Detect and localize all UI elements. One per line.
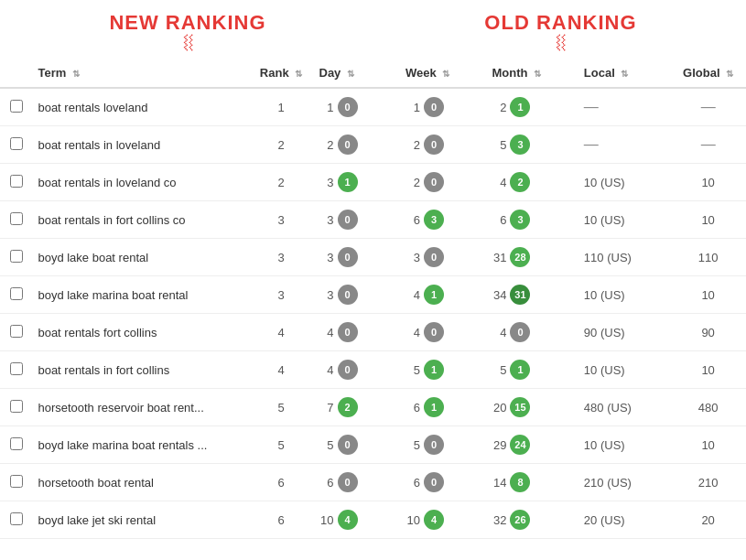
term-sort-icon[interactable]: ⇅ <box>72 69 80 79</box>
row-week: 5 1 <box>400 351 486 389</box>
row-day: 2 0 <box>314 126 400 164</box>
row-checkbox-cell <box>0 88 32 126</box>
row-local: 90 (US) <box>578 314 670 351</box>
row-checkbox[interactable] <box>10 400 23 413</box>
new-ranking-arrow: ⧛ <box>178 31 198 55</box>
row-checkbox[interactable] <box>10 362 23 375</box>
row-month: 5 1 <box>486 351 578 389</box>
row-global: — <box>670 88 746 126</box>
table-row: boyd lake marina boat rental 3 3 0 4 1 3… <box>0 276 746 314</box>
row-checkbox[interactable] <box>10 325 23 338</box>
row-term: boat rentals in loveland co <box>32 164 248 201</box>
row-rank: 3 <box>249 239 314 276</box>
row-local: 110 (US) <box>578 239 670 276</box>
row-term: boat rentals in fort collins <box>32 351 248 389</box>
col-header-week[interactable]: Week ⇅ <box>400 59 486 88</box>
row-checkbox[interactable] <box>10 250 23 263</box>
row-global: 20 <box>670 501 746 539</box>
table-row: boat rentals fort collins 4 4 0 4 0 4 0 … <box>0 314 746 351</box>
row-week: 5 0 <box>400 426 486 464</box>
row-checkbox[interactable] <box>10 475 23 488</box>
row-local: 10 (US) <box>578 201 670 239</box>
week-badge: 0 <box>424 435 444 455</box>
local-sort-icon[interactable]: ⇅ <box>621 69 628 79</box>
table-row: boat rentals in fort collins co 3 3 0 6 … <box>0 201 746 239</box>
row-week: 6 1 <box>400 389 486 426</box>
row-month: 2 1 <box>486 88 578 126</box>
day-badge: 0 <box>338 435 358 455</box>
row-checkbox[interactable] <box>10 175 23 188</box>
row-day: 3 1 <box>314 164 400 201</box>
row-week: 2 0 <box>400 164 486 201</box>
row-checkbox[interactable] <box>10 212 23 225</box>
row-week: 3 0 <box>400 239 486 276</box>
row-term: horsetooth reservoir boat rent... <box>32 389 248 426</box>
col-header-rank[interactable]: Rank ⇅ <box>249 59 314 88</box>
row-checkbox-cell <box>0 164 32 201</box>
day-badge: 0 <box>338 322 358 342</box>
week-badge: 3 <box>424 210 444 230</box>
row-term: boat rentals fort collins <box>32 314 248 351</box>
month-badge: 1 <box>510 360 530 380</box>
row-global: 90 <box>670 314 746 351</box>
row-local: 210 (US) <box>578 464 670 501</box>
month-sort-icon[interactable]: ⇅ <box>534 69 541 79</box>
row-checkbox[interactable] <box>10 437 23 450</box>
row-checkbox-cell <box>0 314 32 351</box>
day-sort-icon[interactable]: ⇅ <box>347 69 354 79</box>
row-month: 4 2 <box>486 164 578 201</box>
row-global: 10 <box>670 351 746 389</box>
row-rank: 4 <box>249 351 314 389</box>
week-badge: 0 <box>424 97 444 117</box>
col-header-term[interactable]: Term ⇅ <box>32 59 248 88</box>
week-sort-icon[interactable]: ⇅ <box>442 69 449 79</box>
row-day: 3 0 <box>314 201 400 239</box>
col-header-month[interactable]: Month ⇅ <box>486 59 578 88</box>
table-row: boyd lake jet ski rental 6 10 4 10 4 32 … <box>0 501 746 539</box>
row-rank: 5 <box>249 389 314 426</box>
month-badge: 0 <box>510 322 530 342</box>
col-header-day[interactable]: Day ⇅ <box>314 59 400 88</box>
day-badge: 0 <box>338 135 358 155</box>
rank-sort-icon[interactable]: ⇅ <box>295 69 302 79</box>
row-term: boyd lake marina boat rentals ... <box>32 426 248 464</box>
week-badge: 4 <box>424 510 444 530</box>
row-term: boyd lake jet ski rental <box>32 501 248 539</box>
day-badge: 4 <box>338 510 358 530</box>
old-ranking-arrow: ⧛ <box>550 31 570 55</box>
row-checkbox[interactable] <box>10 137 23 150</box>
col-header-global[interactable]: Global ⇅ <box>670 59 746 88</box>
row-term: boat rentals in fort collins co <box>32 201 248 239</box>
row-day: 6 0 <box>314 464 400 501</box>
day-badge: 0 <box>338 285 358 305</box>
row-day: 3 0 <box>314 239 400 276</box>
row-global: 110 <box>670 239 746 276</box>
row-checkbox[interactable] <box>10 100 23 113</box>
month-badge: 24 <box>510 435 530 455</box>
row-rank: 5 <box>249 426 314 464</box>
row-month: 34 31 <box>486 276 578 314</box>
row-checkbox-cell <box>0 464 32 501</box>
row-checkbox-cell <box>0 276 32 314</box>
row-rank: 6 <box>249 464 314 501</box>
month-badge: 8 <box>510 472 530 492</box>
table-row: boyd lake marina boat rentals ... 5 5 0 … <box>0 426 746 464</box>
table-header-row: Term ⇅ Rank ⇅ Day ⇅ Week ⇅ Month ⇅ <box>0 59 746 88</box>
row-month: 5 3 <box>486 126 578 164</box>
row-rank: 6 <box>249 501 314 539</box>
row-checkbox[interactable] <box>10 512 23 525</box>
row-rank: 1 <box>249 88 314 126</box>
row-day: 7 2 <box>314 389 400 426</box>
col-header-local[interactable]: Local ⇅ <box>578 59 670 88</box>
row-checkbox-cell <box>0 426 32 464</box>
row-global: 10 <box>670 426 746 464</box>
table-row: boat rentals loveland 1 1 0 1 0 2 1 — — <box>0 88 746 126</box>
row-month: 14 8 <box>486 464 578 501</box>
week-badge: 0 <box>424 135 444 155</box>
month-badge: 3 <box>510 210 530 230</box>
row-global: 10 <box>670 201 746 239</box>
row-month: 29 24 <box>486 426 578 464</box>
row-checkbox[interactable] <box>10 287 23 300</box>
week-badge: 0 <box>424 322 444 342</box>
global-sort-icon[interactable]: ⇅ <box>726 69 733 79</box>
